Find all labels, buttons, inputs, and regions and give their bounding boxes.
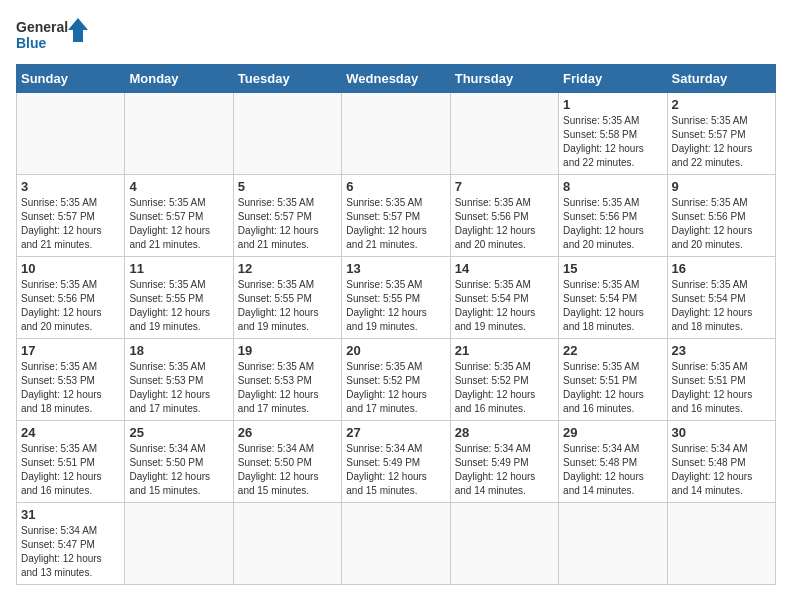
calendar-cell: 9Sunrise: 5:35 AM Sunset: 5:56 PM Daylig…: [667, 175, 775, 257]
logo: General Blue: [16, 16, 96, 56]
day-info: Sunrise: 5:35 AM Sunset: 5:56 PM Dayligh…: [21, 278, 120, 334]
day-number: 8: [563, 179, 662, 194]
day-number: 25: [129, 425, 228, 440]
day-number: 30: [672, 425, 771, 440]
calendar-cell: 24Sunrise: 5:35 AM Sunset: 5:51 PM Dayli…: [17, 421, 125, 503]
calendar-cell: 5Sunrise: 5:35 AM Sunset: 5:57 PM Daylig…: [233, 175, 341, 257]
calendar-week-row: 31Sunrise: 5:34 AM Sunset: 5:47 PM Dayli…: [17, 503, 776, 585]
day-info: Sunrise: 5:35 AM Sunset: 5:56 PM Dayligh…: [455, 196, 554, 252]
day-number: 18: [129, 343, 228, 358]
day-info: Sunrise: 5:35 AM Sunset: 5:53 PM Dayligh…: [238, 360, 337, 416]
svg-text:Blue: Blue: [16, 35, 47, 51]
calendar-cell: 16Sunrise: 5:35 AM Sunset: 5:54 PM Dayli…: [667, 257, 775, 339]
calendar-cell: 31Sunrise: 5:34 AM Sunset: 5:47 PM Dayli…: [17, 503, 125, 585]
day-info: Sunrise: 5:35 AM Sunset: 5:51 PM Dayligh…: [563, 360, 662, 416]
day-number: 5: [238, 179, 337, 194]
calendar-cell: 27Sunrise: 5:34 AM Sunset: 5:49 PM Dayli…: [342, 421, 450, 503]
weekday-header-wednesday: Wednesday: [342, 65, 450, 93]
day-info: Sunrise: 5:35 AM Sunset: 5:55 PM Dayligh…: [346, 278, 445, 334]
day-info: Sunrise: 5:34 AM Sunset: 5:49 PM Dayligh…: [455, 442, 554, 498]
day-info: Sunrise: 5:35 AM Sunset: 5:53 PM Dayligh…: [129, 360, 228, 416]
day-number: 19: [238, 343, 337, 358]
calendar-cell: 6Sunrise: 5:35 AM Sunset: 5:57 PM Daylig…: [342, 175, 450, 257]
weekday-header-monday: Monday: [125, 65, 233, 93]
calendar-cell: 2Sunrise: 5:35 AM Sunset: 5:57 PM Daylig…: [667, 93, 775, 175]
weekday-header-row: SundayMondayTuesdayWednesdayThursdayFrid…: [17, 65, 776, 93]
calendar-cell: 21Sunrise: 5:35 AM Sunset: 5:52 PM Dayli…: [450, 339, 558, 421]
calendar-cell: 10Sunrise: 5:35 AM Sunset: 5:56 PM Dayli…: [17, 257, 125, 339]
calendar-cell: 26Sunrise: 5:34 AM Sunset: 5:50 PM Dayli…: [233, 421, 341, 503]
day-info: Sunrise: 5:34 AM Sunset: 5:47 PM Dayligh…: [21, 524, 120, 580]
calendar-cell: [450, 503, 558, 585]
weekday-header-thursday: Thursday: [450, 65, 558, 93]
calendar-week-row: 1Sunrise: 5:35 AM Sunset: 5:58 PM Daylig…: [17, 93, 776, 175]
day-info: Sunrise: 5:35 AM Sunset: 5:54 PM Dayligh…: [563, 278, 662, 334]
calendar-cell: [17, 93, 125, 175]
day-number: 6: [346, 179, 445, 194]
calendar-cell: 30Sunrise: 5:34 AM Sunset: 5:48 PM Dayli…: [667, 421, 775, 503]
day-number: 2: [672, 97, 771, 112]
weekday-header-tuesday: Tuesday: [233, 65, 341, 93]
day-number: 17: [21, 343, 120, 358]
weekday-header-saturday: Saturday: [667, 65, 775, 93]
day-info: Sunrise: 5:35 AM Sunset: 5:55 PM Dayligh…: [238, 278, 337, 334]
day-info: Sunrise: 5:35 AM Sunset: 5:51 PM Dayligh…: [21, 442, 120, 498]
day-info: Sunrise: 5:34 AM Sunset: 5:50 PM Dayligh…: [129, 442, 228, 498]
calendar-week-row: 3Sunrise: 5:35 AM Sunset: 5:57 PM Daylig…: [17, 175, 776, 257]
day-number: 11: [129, 261, 228, 276]
day-info: Sunrise: 5:35 AM Sunset: 5:54 PM Dayligh…: [455, 278, 554, 334]
calendar-cell: 3Sunrise: 5:35 AM Sunset: 5:57 PM Daylig…: [17, 175, 125, 257]
calendar-week-row: 17Sunrise: 5:35 AM Sunset: 5:53 PM Dayli…: [17, 339, 776, 421]
day-info: Sunrise: 5:35 AM Sunset: 5:51 PM Dayligh…: [672, 360, 771, 416]
calendar-table: SundayMondayTuesdayWednesdayThursdayFrid…: [16, 64, 776, 585]
day-info: Sunrise: 5:35 AM Sunset: 5:57 PM Dayligh…: [238, 196, 337, 252]
day-info: Sunrise: 5:35 AM Sunset: 5:57 PM Dayligh…: [672, 114, 771, 170]
day-number: 31: [21, 507, 120, 522]
calendar-cell: 23Sunrise: 5:35 AM Sunset: 5:51 PM Dayli…: [667, 339, 775, 421]
day-info: Sunrise: 5:35 AM Sunset: 5:57 PM Dayligh…: [129, 196, 228, 252]
day-info: Sunrise: 5:35 AM Sunset: 5:56 PM Dayligh…: [672, 196, 771, 252]
day-number: 28: [455, 425, 554, 440]
day-number: 20: [346, 343, 445, 358]
calendar-cell: [559, 503, 667, 585]
day-number: 23: [672, 343, 771, 358]
weekday-header-friday: Friday: [559, 65, 667, 93]
calendar-cell: 18Sunrise: 5:35 AM Sunset: 5:53 PM Dayli…: [125, 339, 233, 421]
generalblue-logo-icon: General Blue: [16, 16, 96, 56]
day-info: Sunrise: 5:35 AM Sunset: 5:55 PM Dayligh…: [129, 278, 228, 334]
calendar-cell: [342, 503, 450, 585]
day-number: 29: [563, 425, 662, 440]
day-number: 27: [346, 425, 445, 440]
calendar-cell: 22Sunrise: 5:35 AM Sunset: 5:51 PM Dayli…: [559, 339, 667, 421]
calendar-cell: 13Sunrise: 5:35 AM Sunset: 5:55 PM Dayli…: [342, 257, 450, 339]
day-number: 16: [672, 261, 771, 276]
day-number: 10: [21, 261, 120, 276]
calendar-cell: 1Sunrise: 5:35 AM Sunset: 5:58 PM Daylig…: [559, 93, 667, 175]
day-info: Sunrise: 5:35 AM Sunset: 5:58 PM Dayligh…: [563, 114, 662, 170]
day-number: 12: [238, 261, 337, 276]
day-number: 13: [346, 261, 445, 276]
svg-text:General: General: [16, 19, 68, 35]
calendar-cell: 29Sunrise: 5:34 AM Sunset: 5:48 PM Dayli…: [559, 421, 667, 503]
day-info: Sunrise: 5:35 AM Sunset: 5:57 PM Dayligh…: [21, 196, 120, 252]
day-number: 4: [129, 179, 228, 194]
day-number: 26: [238, 425, 337, 440]
day-info: Sunrise: 5:34 AM Sunset: 5:49 PM Dayligh…: [346, 442, 445, 498]
svg-marker-2: [68, 18, 88, 42]
calendar-cell: [342, 93, 450, 175]
day-number: 1: [563, 97, 662, 112]
calendar-cell: 4Sunrise: 5:35 AM Sunset: 5:57 PM Daylig…: [125, 175, 233, 257]
calendar-cell: 15Sunrise: 5:35 AM Sunset: 5:54 PM Dayli…: [559, 257, 667, 339]
calendar-week-row: 24Sunrise: 5:35 AM Sunset: 5:51 PM Dayli…: [17, 421, 776, 503]
calendar-cell: [125, 93, 233, 175]
day-number: 21: [455, 343, 554, 358]
calendar-cell: [233, 93, 341, 175]
day-info: Sunrise: 5:34 AM Sunset: 5:48 PM Dayligh…: [672, 442, 771, 498]
day-info: Sunrise: 5:34 AM Sunset: 5:48 PM Dayligh…: [563, 442, 662, 498]
day-number: 15: [563, 261, 662, 276]
calendar-cell: 17Sunrise: 5:35 AM Sunset: 5:53 PM Dayli…: [17, 339, 125, 421]
calendar-cell: 11Sunrise: 5:35 AM Sunset: 5:55 PM Dayli…: [125, 257, 233, 339]
calendar-cell: 12Sunrise: 5:35 AM Sunset: 5:55 PM Dayli…: [233, 257, 341, 339]
calendar-cell: 28Sunrise: 5:34 AM Sunset: 5:49 PM Dayli…: [450, 421, 558, 503]
day-info: Sunrise: 5:35 AM Sunset: 5:53 PM Dayligh…: [21, 360, 120, 416]
